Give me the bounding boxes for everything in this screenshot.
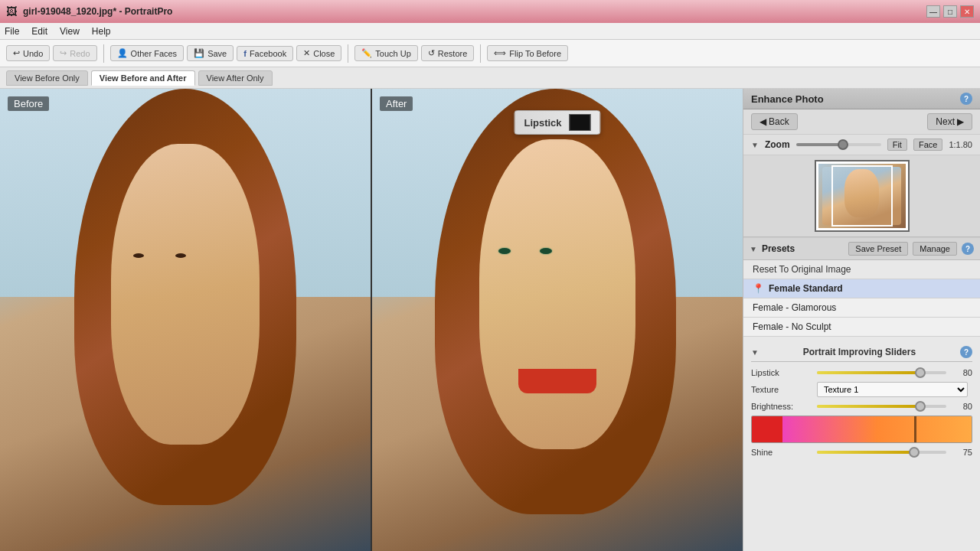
lipstick-slider-label: Lipstick [751, 368, 812, 377]
menu-edit[interactable]: Edit [31, 26, 47, 37]
shine-slider-thumb[interactable] [909, 447, 920, 458]
facebook-button[interactable]: f Facebook [237, 46, 293, 61]
toolbar-separator-3 [480, 44, 481, 63]
view-tabs: View Before Only View Before and After V… [0, 67, 980, 89]
after-portrait-bg [372, 89, 743, 551]
lipstick-slider-thumb[interactable] [915, 367, 926, 378]
window-controls: — □ ✕ [926, 5, 974, 18]
sliders-collapse-arrow[interactable]: ▼ [751, 348, 759, 357]
enhance-help-icon[interactable]: ? [960, 93, 972, 105]
minimize-button[interactable]: — [926, 5, 940, 18]
before-portrait-bg [0, 89, 371, 551]
preset-female-no-sculpt[interactable]: Female - No Sculpt [743, 318, 980, 337]
tab-view-after-only[interactable]: View After Only [198, 70, 273, 86]
preset-reset[interactable]: Reset To Original Image [743, 260, 980, 279]
sliders-help-icon[interactable]: ? [960, 346, 972, 358]
maximize-button[interactable]: □ [943, 5, 957, 18]
save-preset-button[interactable]: Save Preset [848, 242, 908, 256]
shine-slider-track[interactable] [817, 451, 946, 454]
image-area: Before [0, 89, 743, 551]
manage-presets-button[interactable]: Manage [913, 242, 957, 256]
tab-view-before-only[interactable]: View Before Only [6, 70, 88, 86]
close-photo-button[interactable]: ✕ Close [296, 45, 341, 61]
lipstick-popup: Lipstick [514, 110, 600, 135]
tab-view-before-after[interactable]: View Before and After [91, 70, 195, 86]
undo-icon: ↩ [13, 48, 20, 58]
redo-icon: ↪ [60, 48, 67, 58]
face-button[interactable]: Face [913, 139, 942, 151]
presets-title: Presets [762, 243, 844, 254]
zoom-slider[interactable] [796, 143, 881, 146]
color-strip[interactable] [751, 416, 972, 443]
redo-button[interactable]: ↪ Redo [53, 45, 96, 61]
toolbar-separator-2 [348, 44, 348, 63]
color-cursor [914, 416, 916, 442]
menu-view[interactable]: View [60, 26, 80, 37]
next-arrow-icon: ▶ [957, 116, 964, 127]
texture-row: Texture Texture 1 [751, 382, 972, 397]
after-mouth [518, 369, 596, 393]
thumbnail-container [816, 161, 908, 230]
nav-row: ◀ Back Next ▶ [743, 109, 980, 135]
brightness-slider-track[interactable] [817, 405, 946, 408]
close-photo-icon: ✕ [303, 48, 310, 58]
thumbnail-selection-box [831, 165, 893, 227]
flip-to-before-button[interactable]: ⟺ Flip To Before [487, 45, 568, 61]
touch-up-icon: ✏️ [361, 48, 372, 58]
close-window-button[interactable]: ✕ [960, 5, 974, 18]
shine-slider-value: 75 [951, 448, 972, 457]
title-bar: 🖼 girl-919048_1920.jpg* - PortraitPro — … [0, 0, 980, 23]
save-button[interactable]: 💾 Save [187, 45, 234, 61]
brightness-slider-fill [817, 405, 920, 408]
toolbar: ↩ Undo ↪ Redo 👤 Other Faces 💾 Save f Fac… [0, 40, 980, 67]
fit-button[interactable]: Fit [887, 139, 907, 151]
before-right-eye [175, 253, 186, 258]
window-title: girl-919048_1920.jpg* - PortraitPro [23, 6, 172, 17]
next-button[interactable]: Next ▶ [927, 113, 972, 130]
lipstick-popup-label: Lipstick [524, 117, 561, 129]
toolbar-separator-1 [103, 44, 104, 63]
other-faces-button[interactable]: 👤 Other Faces [110, 45, 185, 61]
lipstick-slider-fill [817, 371, 920, 374]
presets-help-icon[interactable]: ? [962, 243, 974, 255]
undo-button[interactable]: ↩ Undo [6, 45, 50, 61]
menu-file[interactable]: File [5, 26, 19, 37]
shine-slider-row: Shine 75 [751, 448, 972, 457]
zoom-label: Zoom [765, 139, 790, 150]
after-label: After [380, 96, 413, 111]
menu-help[interactable]: Help [92, 26, 111, 37]
enhance-header: Enhance Photo ? [743, 89, 980, 109]
flip-icon: ⟺ [494, 48, 506, 58]
brightness-slider-row: Brightness: 80 [751, 402, 972, 411]
app-icon: 🖼 [6, 5, 17, 18]
lipstick-color-swatch[interactable] [570, 114, 591, 131]
texture-select[interactable]: Texture 1 [817, 382, 968, 397]
restore-button[interactable]: ↺ Restore [421, 45, 475, 61]
after-lips [518, 369, 596, 393]
back-button[interactable]: ◀ Back [751, 113, 798, 130]
before-eyes [133, 240, 237, 270]
preset-pin-icon: 📍 [753, 283, 764, 294]
presets-collapse-arrow[interactable]: ▼ [750, 245, 757, 253]
brightness-slider-thumb[interactable] [915, 401, 926, 412]
zoom-thumb[interactable] [838, 139, 848, 150]
restore-icon: ↺ [428, 48, 435, 58]
lipstick-slider-row: Lipstick 80 [751, 368, 972, 377]
after-face [479, 139, 635, 449]
thumbnail-area [743, 155, 980, 237]
right-panel: Enhance Photo ? ◀ Back Next ▶ ▼ Zoom Fit [743, 89, 980, 551]
sliders-title: Portrait Improving Sliders [803, 347, 916, 357]
sliders-header: ▼ Portrait Improving Sliders ? [751, 343, 972, 362]
touch-up-button[interactable]: ✏️ Touch Up [354, 45, 417, 61]
preset-female-standard[interactable]: 📍 Female Standard [743, 279, 980, 298]
shine-slider-fill [817, 451, 914, 454]
zoom-collapse-arrow[interactable]: ▼ [751, 141, 759, 149]
preset-female-glamorous[interactable]: Female - Glamorous [743, 298, 980, 318]
before-face [111, 144, 260, 445]
brightness-slider-value: 80 [951, 402, 972, 411]
presets-section: ▼ Presets Save Preset Manage ? Reset To … [743, 237, 980, 337]
texture-label: Texture [751, 385, 812, 394]
lipstick-slider-track[interactable] [817, 371, 946, 374]
shine-label: Shine [751, 448, 812, 457]
facebook-icon: f [243, 49, 247, 58]
